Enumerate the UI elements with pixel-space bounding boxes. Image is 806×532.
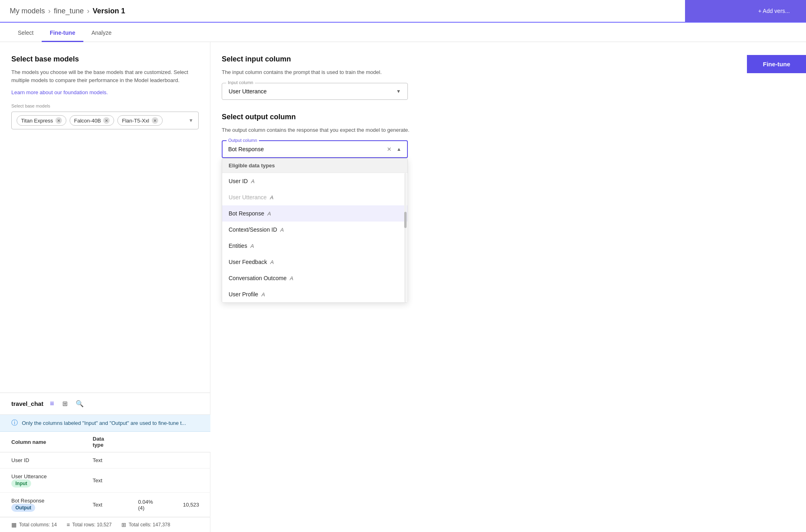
table-section: travel_chat ≡ ⊞ 🔍 ⓘ Only the columns lab…: [0, 393, 210, 532]
dropdown-item-user-profile-label: User Profile: [229, 291, 258, 298]
table-row: User Utterance Input Text: [0, 469, 210, 493]
model-tag-flan-label: Flan-T5-Xxl: [122, 118, 149, 124]
input-col-value: User Utterance: [229, 88, 267, 95]
tabs-bar: Select Fine-tune Analyze: [0, 23, 806, 42]
cell-user-utterance-type: Text: [81, 469, 127, 493]
cell-user-id-type: Text: [81, 452, 127, 469]
badge-output: Output: [11, 504, 35, 512]
badge-input: Input: [11, 479, 31, 488]
cell-user-id-count: [172, 452, 210, 469]
dropdown-item-conversation-outcome-label: Conversation Outcome: [229, 275, 286, 281]
dropdown-item-bot-response-label: Bot Response: [229, 210, 264, 217]
footer-total-rows: ≡ Total rows: 10,527: [66, 521, 112, 528]
data-table: Column name Data type User ID Text: [0, 432, 210, 517]
col-header-type: Data type: [81, 432, 127, 452]
col-header-missing: [127, 432, 172, 452]
remove-flan-button[interactable]: ✕: [152, 117, 158, 124]
learn-more-link[interactable]: Learn more about our foundation models.: [11, 89, 108, 95]
text-type-icon-user-profile: A: [261, 291, 265, 298]
dropdown-item-context-session-id[interactable]: Context/Session ID A: [222, 222, 407, 238]
table-row: Bot Response Output Text 0.04% (4) 10,52…: [0, 493, 210, 517]
table-name: travel_chat: [11, 400, 43, 407]
dropdown-item-user-id-label: User ID: [229, 178, 248, 184]
input-col-dropdown[interactable]: Input column User Utterance ▼: [222, 83, 408, 100]
cell-user-id-name: User ID: [0, 452, 81, 469]
output-col-clear-button[interactable]: ✕: [385, 145, 393, 153]
breadcrumb-sep-1: ›: [48, 7, 51, 15]
table-header-row: travel_chat ≡ ⊞ 🔍: [0, 393, 210, 415]
dropdown-item-entities[interactable]: Entities A: [222, 238, 407, 254]
text-type-icon-user-utterance: A: [270, 194, 274, 201]
output-col-dropdown[interactable]: Output column Bot Response ✕ ▲: [222, 140, 408, 158]
breadcrumb-sep-2: ›: [87, 7, 89, 15]
text-type-icon-conversation-outcome: A: [290, 275, 293, 281]
input-col-title: Select input column: [222, 55, 795, 63]
list-view-button[interactable]: ≡: [48, 398, 56, 410]
dropdown-item-context-session-id-label: Context/Session ID: [229, 226, 277, 233]
dropdown-item-user-feedback[interactable]: User Feedback A: [222, 254, 407, 270]
tab-fine-tune[interactable]: Fine-tune: [42, 25, 83, 42]
top-bar: My models › fine_tune › Version 1 + Add …: [0, 0, 806, 23]
add-version-button[interactable]: + Add vers...: [752, 4, 796, 17]
breadcrumb-version: Version 1: [93, 7, 125, 15]
model-tag-titan-label: Titan Express: [21, 118, 53, 124]
output-col-field-label: Output column: [227, 138, 259, 143]
scrollbar-thumb[interactable]: [404, 212, 407, 228]
cell-user-utterance-missing: [127, 469, 172, 493]
footer-total-cells: ⊞ Total cells: 147,378: [121, 521, 170, 528]
right-panel: Fine-tune Select input column The input …: [210, 42, 806, 532]
model-tag-flan: Flan-T5-Xxl ✕: [117, 115, 162, 126]
model-tag-falcon-label: Falcon-40B: [74, 118, 101, 124]
tab-select[interactable]: Select: [10, 25, 42, 42]
output-col-dropdown-menu: Eligible data types User ID A User Utter…: [222, 158, 408, 303]
input-col-section: Select input column The input column con…: [222, 55, 795, 100]
breadcrumb: My models › fine_tune › Version 1: [10, 7, 125, 15]
model-tag-titan: Titan Express ✕: [17, 115, 66, 126]
cell-user-utterance-name: User Utterance Input: [0, 469, 81, 493]
breadcrumb-fine-tune[interactable]: fine_tune: [54, 7, 84, 15]
search-button[interactable]: 🔍: [74, 398, 85, 409]
scrollbar-track: [404, 173, 407, 302]
cell-bot-response-count: 10,523: [172, 493, 210, 517]
dropdown-item-user-id[interactable]: User ID A: [222, 173, 407, 189]
dropdown-item-user-utterance-label: User Utterance: [229, 194, 267, 201]
base-models-desc: The models you choose will be the base m…: [11, 68, 199, 84]
cell-user-id-missing: [127, 452, 172, 469]
text-type-icon-bot-response: A: [267, 211, 271, 217]
output-col-section: Select output column The output column c…: [222, 113, 795, 303]
dropdown-item-user-utterance: User Utterance A: [222, 189, 407, 205]
breadcrumb-my-models[interactable]: My models: [10, 7, 45, 15]
dropdown-item-user-profile[interactable]: User Profile A: [222, 286, 407, 302]
cell-bot-response-name: Bot Response Output: [0, 493, 81, 517]
info-icon: ⓘ: [11, 419, 18, 427]
output-col-desc: The output column contains the response …: [222, 126, 795, 134]
dropdown-section-header: Eligible data types: [222, 158, 407, 173]
input-col-arrow-icon: ▼: [396, 89, 401, 94]
tab-analyze[interactable]: Analyze: [83, 25, 120, 42]
input-col-desc: The input column contains the prompt tha…: [222, 68, 795, 76]
text-type-icon-context: A: [280, 227, 284, 233]
rows-icon: ≡: [66, 521, 70, 528]
main-content: Select base models The models you choose…: [0, 42, 806, 532]
dropdown-item-bot-response[interactable]: Bot Response A: [222, 205, 407, 222]
dropdown-item-conversation-outcome[interactable]: Conversation Outcome A: [222, 270, 407, 286]
cells-icon: ⊞: [121, 521, 126, 528]
cell-bot-response-type: Text: [81, 493, 127, 517]
remove-falcon-button[interactable]: ✕: [103, 117, 110, 124]
grid-view-button[interactable]: ⊞: [61, 398, 69, 409]
cell-bot-response-missing: 0.04% (4): [127, 493, 172, 517]
dropdown-item-entities-label: Entities: [229, 243, 247, 249]
remove-titan-button[interactable]: ✕: [55, 117, 62, 124]
base-models-selector[interactable]: Titan Express ✕ Falcon-40B ✕ Flan-T5-Xxl…: [11, 112, 199, 129]
base-models-dropdown-arrow: ▼: [189, 118, 193, 123]
dropdown-item-user-feedback-label: User Feedback: [229, 259, 267, 265]
columns-icon: ▦: [11, 521, 17, 528]
table-row: User ID Text: [0, 452, 210, 469]
text-type-icon-user-feedback: A: [270, 259, 274, 265]
info-banner-text: Only the columns labeled "Input" and "Ou…: [22, 420, 186, 426]
fine-tune-button[interactable]: Fine-tune: [747, 55, 806, 73]
base-models-title: Select base models: [11, 55, 199, 63]
text-type-icon-entities: A: [250, 243, 254, 249]
output-col-arrow-icon: ▲: [397, 146, 401, 152]
output-col-value: Bot Response: [228, 146, 264, 152]
